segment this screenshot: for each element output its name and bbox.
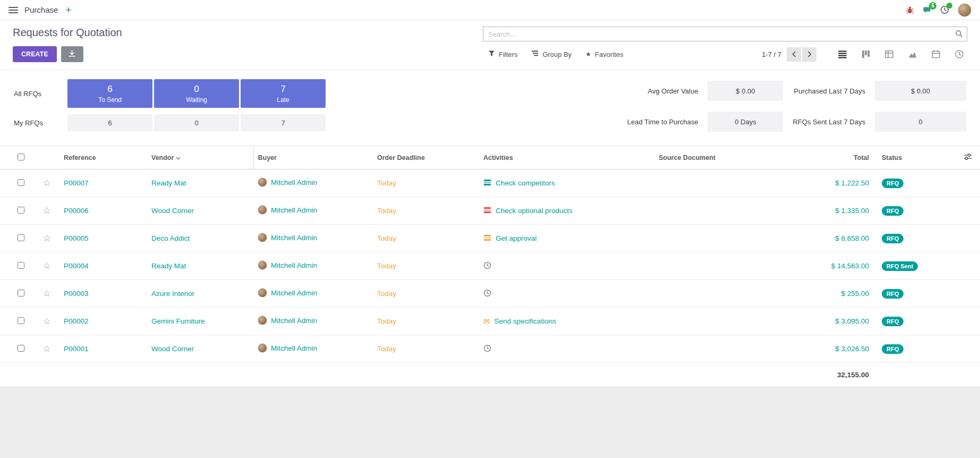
vendor-link[interactable]: Wood Corner: [151, 345, 194, 353]
favorite-star-icon[interactable]: ☆: [42, 316, 50, 326]
bug-icon[interactable]: [906, 6, 914, 14]
header-order-deadline[interactable]: Order Deadline: [373, 146, 479, 169]
buyer-link[interactable]: Mitchell Admin: [271, 317, 317, 325]
search-input[interactable]: [483, 27, 967, 41]
page-title: Requests for Quotation: [13, 27, 122, 39]
reference-link[interactable]: P00006: [64, 207, 89, 215]
header-activities[interactable]: Activities: [479, 146, 654, 169]
my-kpi-waiting-button[interactable]: 0: [154, 114, 239, 131]
search-icon[interactable]: [955, 30, 963, 40]
kpi-late-button[interactable]: 7 Late: [241, 79, 326, 108]
activity-cell[interactable]: Get approval: [483, 234, 536, 243]
group-by-button[interactable]: Group By: [531, 50, 572, 58]
favorite-star-icon[interactable]: ☆: [42, 206, 50, 216]
favorite-star-icon[interactable]: ☆: [42, 344, 50, 354]
vendor-link[interactable]: Wood Corner: [151, 207, 194, 215]
plus-icon[interactable]: +: [65, 5, 71, 15]
activity-cell[interactable]: Check optional products: [483, 207, 573, 215]
row-checkbox[interactable]: [18, 179, 24, 186]
header-status[interactable]: Status: [877, 146, 955, 169]
graph-view-icon[interactable]: [905, 47, 921, 62]
pivot-view-icon[interactable]: [881, 47, 897, 62]
kanban-view-icon[interactable]: [858, 47, 874, 62]
favorite-star-icon[interactable]: ☆: [42, 178, 50, 188]
pager-previous-button[interactable]: [787, 47, 801, 62]
row-checkbox[interactable]: [18, 207, 24, 214]
toggle-columns-button[interactable]: [955, 146, 980, 169]
row-checkbox[interactable]: [18, 317, 24, 324]
reference-link[interactable]: P00003: [64, 290, 89, 298]
buyer-avatar: [258, 316, 267, 325]
total-amount: $ 8,658.00: [782, 225, 877, 252]
my-kpi-late-button[interactable]: 7: [241, 114, 326, 131]
toggle-columns-icon: [964, 155, 972, 162]
vendor-link[interactable]: Deco Addict: [151, 234, 190, 242]
kpi-label: To Send: [98, 96, 122, 104]
table-row[interactable]: ☆ P00002 Gemini Furniture Mitchell Admin…: [0, 308, 980, 335]
filters-button[interactable]: Filters: [488, 50, 517, 58]
table-row[interactable]: ☆ P00001 Wood Corner Mitchell Admin Toda…: [0, 335, 980, 363]
activity-cell[interactable]: Check competitors: [483, 179, 555, 188]
activity-cell[interactable]: [483, 289, 491, 299]
order-deadline: Today: [377, 207, 396, 215]
kpi-waiting-button[interactable]: 0 Waiting: [154, 79, 239, 108]
list-view-icon[interactable]: [834, 47, 850, 62]
activity-summary[interactable]: Send specifications: [495, 317, 556, 325]
reference-link[interactable]: P00001: [64, 345, 89, 353]
table-row[interactable]: ☆ P00006 Wood Corner Mitchell Admin Toda…: [0, 197, 980, 225]
activity-cell[interactable]: [483, 344, 491, 354]
activity-cell[interactable]: [483, 261, 491, 271]
row-checkbox[interactable]: [18, 345, 24, 352]
header-reference[interactable]: Reference: [59, 146, 147, 169]
buyer-avatar: [258, 343, 267, 353]
select-all-checkbox[interactable]: [18, 154, 24, 160]
vendor-link[interactable]: Azure Interior: [151, 290, 194, 298]
export-button[interactable]: [61, 46, 83, 62]
facet-buttons: Filters Group By ★ Favorites: [483, 50, 624, 58]
header-vendor[interactable]: Vendor: [147, 146, 253, 169]
row-checkbox[interactable]: [18, 262, 24, 269]
buyer-link[interactable]: Mitchell Admin: [271, 344, 317, 352]
header-buyer[interactable]: Buyer: [253, 146, 373, 169]
buyer-link[interactable]: Mitchell Admin: [271, 261, 317, 269]
table-row[interactable]: ☆ P00007 Ready Mat Mitchell Admin Today …: [0, 169, 980, 197]
header-total[interactable]: Total: [782, 146, 877, 169]
activity-summary[interactable]: Get approval: [496, 234, 536, 242]
vendor-link[interactable]: Gemini Furniture: [151, 317, 205, 325]
table-row[interactable]: ☆ P00004 Ready Mat Mitchell Admin Today …: [0, 252, 980, 280]
user-avatar[interactable]: [958, 3, 972, 17]
activity-summary[interactable]: Check competitors: [496, 179, 555, 187]
row-checkbox[interactable]: [18, 290, 24, 296]
header-source-document[interactable]: Source Document: [654, 146, 782, 169]
favorite-star-icon[interactable]: ☆: [42, 289, 50, 299]
buyer-link[interactable]: Mitchell Admin: [271, 289, 317, 297]
buyer-link[interactable]: Mitchell Admin: [271, 234, 317, 242]
activities-clock-icon[interactable]: [940, 5, 949, 14]
kpi-to-send-button[interactable]: 6 To Send: [67, 79, 152, 108]
reference-link[interactable]: P00004: [64, 262, 89, 270]
vendor-link[interactable]: Ready Mat: [151, 262, 186, 270]
reference-link[interactable]: P00005: [64, 234, 89, 242]
favorites-button[interactable]: ★ Favorites: [585, 50, 623, 58]
table-row[interactable]: ☆ P00003 Azure Interior Mitchell Admin T…: [0, 280, 980, 308]
app-name[interactable]: Purchase: [24, 5, 58, 14]
reference-link[interactable]: P00002: [64, 317, 89, 325]
activity-cell[interactable]: ✉ Send specifications: [483, 317, 556, 326]
calendar-view-icon[interactable]: [928, 47, 944, 62]
pager-next-button[interactable]: [802, 47, 816, 62]
favorite-star-icon[interactable]: ☆: [42, 233, 50, 243]
reference-link[interactable]: P00007: [64, 179, 89, 187]
vendor-link[interactable]: Ready Mat: [151, 179, 186, 187]
table-row[interactable]: ☆ P00005 Deco Addict Mitchell Admin Toda…: [0, 225, 980, 252]
activity-summary[interactable]: Check optional products: [496, 207, 573, 215]
my-kpi-to-send-button[interactable]: 6: [67, 114, 152, 131]
buyer-link[interactable]: Mitchell Admin: [271, 179, 317, 186]
messages-icon[interactable]: 5: [923, 6, 932, 14]
activity-view-icon[interactable]: [951, 47, 967, 62]
create-button[interactable]: CREATE: [13, 46, 57, 62]
buyer-link[interactable]: Mitchell Admin: [271, 206, 317, 214]
row-checkbox[interactable]: [18, 234, 24, 241]
menu-icon[interactable]: [8, 7, 18, 13]
favorites-label: Favorites: [595, 50, 623, 58]
favorite-star-icon[interactable]: ☆: [42, 261, 50, 271]
